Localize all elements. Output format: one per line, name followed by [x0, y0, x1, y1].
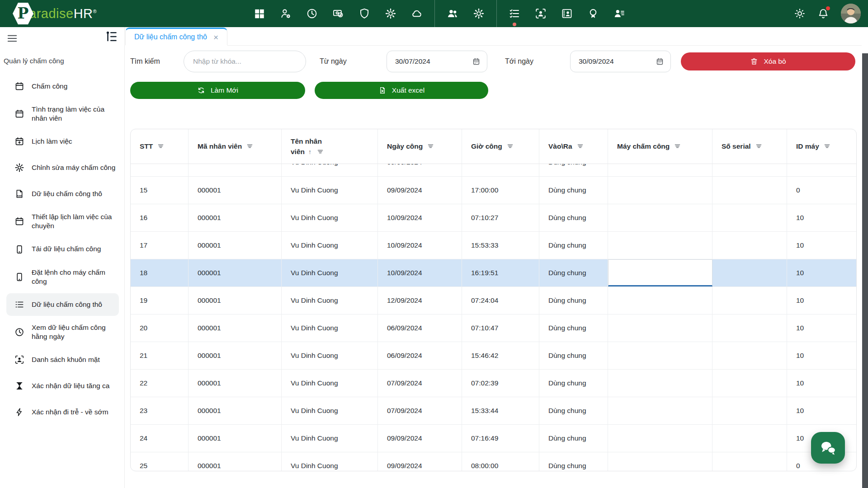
table-cell[interactable]: 10/09/2024 — [378, 259, 462, 286]
table-cell[interactable]: 16 — [131, 204, 189, 231]
user-list-icon[interactable] — [613, 8, 625, 19]
table-row[interactable]: 16000001Vu Dinh Cuong10/09/202407:10:27D… — [131, 204, 856, 232]
table-cell[interactable] — [712, 397, 787, 424]
table-cell[interactable]: Dùng chung — [539, 259, 608, 286]
table-cell[interactable]: 07:10:27 — [462, 204, 539, 231]
table-cell[interactable]: Dùng chung — [539, 314, 608, 342]
table-cell[interactable]: 20 — [131, 314, 189, 342]
table-cell[interactable] — [712, 425, 787, 452]
table-cell[interactable]: 07:16:49 — [462, 425, 539, 452]
table-cell[interactable]: 09/09/2024 — [378, 164, 462, 176]
tab-close-icon[interactable]: × — [213, 33, 218, 42]
chat-fab-button[interactable] — [811, 432, 845, 464]
table-cell[interactable]: 09/09/2024 — [378, 425, 462, 452]
table-cell[interactable]: Dùng chung — [539, 342, 608, 369]
table-cell[interactable]: 000001 — [189, 397, 282, 424]
sidebar-item[interactable]: Xem dữ liệu chấm công hằng ngày — [6, 319, 119, 345]
table-cell[interactable]: 18 — [131, 259, 189, 286]
table-cell[interactable]: Dùng chung — [539, 425, 608, 452]
table-cell[interactable]: 10 — [787, 204, 856, 231]
cloud-icon[interactable] — [411, 8, 423, 19]
money-icon[interactable]: $ — [332, 8, 344, 19]
table-cell[interactable]: 17 — [131, 232, 189, 259]
table-cell[interactable] — [712, 342, 787, 369]
table-cell[interactable]: 06/09/2024 — [378, 314, 462, 342]
table-cell[interactable] — [712, 259, 787, 286]
table-cell[interactable]: 15:46:42 — [462, 342, 539, 369]
sidebar-item[interactable]: Xác nhận đi trễ - về sớm — [6, 401, 119, 423]
filter-icon[interactable] — [316, 148, 324, 155]
table-row[interactable]: 18000001Vu Dinh Cuong10/09/202416:19:51D… — [131, 259, 856, 287]
award-icon[interactable] — [587, 8, 599, 19]
export-excel-button[interactable]: Xuất excel — [315, 82, 488, 99]
vertical-scrollbar[interactable] — [862, 53, 868, 488]
table-cell[interactable]: Dùng chung — [539, 204, 608, 231]
table-cell[interactable]: Dùng chung — [539, 232, 608, 259]
bell-icon[interactable] — [817, 8, 829, 19]
table-cell[interactable]: 000001 — [189, 370, 282, 397]
table-cell[interactable]: Vu Dinh Cuong — [282, 425, 378, 452]
sidebar-item[interactable]: Tình trạng làm việc của nhân viên — [6, 101, 119, 127]
table-cell[interactable] — [608, 232, 712, 259]
table-cell[interactable]: Vu Dinh Cuong — [282, 342, 378, 369]
table-row[interactable]: 19000001Vu Dinh Cuong12/09/202407:24:04D… — [131, 287, 856, 314]
table-cell[interactable]: Dùng chung — [539, 287, 608, 314]
table-cell[interactable]: 17:00:00 — [462, 177, 539, 204]
table-cell[interactable] — [189, 164, 282, 176]
gear-icon[interactable] — [385, 8, 396, 19]
table-cell[interactable]: 000001 — [189, 177, 282, 204]
table-cell[interactable]: Dùng chung — [539, 452, 608, 471]
tree-list-icon[interactable] — [104, 30, 118, 43]
to-date-input[interactable] — [571, 57, 656, 66]
filter-icon[interactable] — [755, 142, 763, 150]
sidebar-item[interactable]: Xác nhận dữ liệu tăng ca — [6, 375, 119, 397]
table-cell[interactable]: 10 — [787, 287, 856, 314]
table-cell[interactable] — [608, 342, 712, 369]
table-cell[interactable]: 000001 — [189, 232, 282, 259]
table-cell[interactable]: 10 — [787, 370, 856, 397]
table-row[interactable]: 22000001Vu Dinh Cuong07/09/202407:02:39D… — [131, 370, 856, 397]
sidebar-item[interactable]: Tải dữ liệu chấm công — [6, 238, 119, 261]
table-row[interactable]: 23000001Vu Dinh Cuong07/09/202415:33:44D… — [131, 397, 856, 425]
user-avatar[interactable] — [841, 4, 861, 23]
table-cell[interactable]: Vu Dinh Cuong — [282, 287, 378, 314]
table-cell[interactable]: 10 — [787, 259, 856, 286]
table-row[interactable]: Vu Dinh Cuong09/09/2024Dùng chung — [131, 164, 856, 177]
table-cell[interactable]: 15:53:33 — [462, 232, 539, 259]
refresh-button[interactable]: Làm Mới — [130, 82, 305, 99]
sidebar-item[interactable]: Lịch làm việc — [6, 130, 119, 153]
table-cell[interactable]: 09/09/2024 — [378, 452, 462, 471]
calendar-picker-icon[interactable] — [656, 57, 664, 66]
table-cell[interactable]: 10/09/2024 — [378, 232, 462, 259]
table-cell[interactable]: Vu Dinh Cuong — [282, 177, 378, 204]
filter-icon[interactable] — [246, 142, 254, 150]
table-cell[interactable]: 07/09/2024 — [378, 370, 462, 397]
delete-button[interactable]: Xóa bỏ — [681, 52, 855, 70]
table-row[interactable]: 15000001Vu Dinh Cuong09/09/202417:00:00D… — [131, 177, 856, 204]
table-cell[interactable]: Vu Dinh Cuong — [282, 314, 378, 342]
table-cell[interactable]: 07:10:47 — [462, 314, 539, 342]
table-cell[interactable]: 15:33:44 — [462, 397, 539, 424]
table-cell[interactable]: 000001 — [189, 452, 282, 471]
table-cell[interactable] — [608, 259, 712, 286]
table-cell[interactable]: 08:00:00 — [462, 452, 539, 471]
table-cell[interactable]: 000001 — [189, 204, 282, 231]
table-cell[interactable]: 000001 — [189, 425, 282, 452]
brightness-icon[interactable] — [794, 8, 806, 19]
table-cell[interactable] — [608, 287, 712, 314]
table-cell[interactable]: 25 — [131, 452, 189, 471]
sidebar-item[interactable]: Thiết lập lịch làm việc của chuyền — [6, 209, 119, 234]
table-cell[interactable] — [787, 164, 856, 176]
table-cell[interactable]: Dùng chung — [539, 370, 608, 397]
table-cell[interactable] — [608, 397, 712, 424]
table-cell[interactable]: 16:19:51 — [462, 259, 539, 286]
table-row[interactable]: 25000001Vu Dinh Cuong09/09/202408:00:00D… — [131, 452, 856, 471]
table-cell[interactable]: 19 — [131, 287, 189, 314]
calendar-picker-icon[interactable] — [472, 57, 481, 66]
table-cell[interactable]: Dùng chung — [539, 177, 608, 204]
filter-icon[interactable] — [823, 142, 831, 150]
filter-icon[interactable] — [506, 142, 514, 150]
filter-icon[interactable] — [674, 142, 681, 150]
sidebar-item[interactable]: Dữ liệu chấm công thô — [6, 293, 119, 316]
table-cell[interactable]: 12/09/2024 — [378, 287, 462, 314]
